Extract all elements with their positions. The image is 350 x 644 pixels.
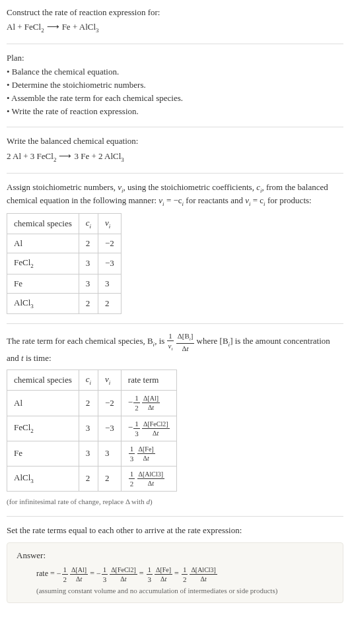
cell-ci: 2 <box>79 466 98 491</box>
cell-rate: 13 Δ[Fe]Δt <box>121 441 176 466</box>
cell-nui: 2 <box>98 293 122 313</box>
cell-ci: 3 <box>79 416 98 441</box>
plan-item: • Assemble the rate term for each chemic… <box>7 92 343 104</box>
table-header-row: chemical species ci νi rate term <box>7 370 177 391</box>
table-row: FeCl2 3 −3 <box>7 253 122 274</box>
cell-nui: 3 <box>98 274 122 293</box>
balanced-section: Write the balanced chemical equation: 2 … <box>7 135 343 163</box>
cell-species: AlCl3 <box>7 293 79 313</box>
cell-species: AlCl3 <box>7 466 79 491</box>
balanced-header: Write the balanced chemical equation: <box>7 135 343 147</box>
cell-species: Fe <box>7 441 79 466</box>
cell-ci: 2 <box>79 234 98 253</box>
table-row: AlCl3 2 2 12 Δ[AlCl3]Δt <box>7 466 177 491</box>
cell-nui: 2 <box>98 466 122 491</box>
plan-header: Plan: <box>7 52 343 64</box>
table-row: Fe 3 3 13 Δ[Fe]Δt <box>7 441 177 466</box>
cell-ci: 3 <box>79 274 98 293</box>
fraction: Δ[Bi] Δt <box>176 332 195 352</box>
divider <box>7 44 343 44</box>
cell-rate: 12 Δ[AlCl3]Δt <box>121 466 176 491</box>
answer-rate: rate = −12 Δ[Al]Δt = −13 Δ[FeCl2]Δt = 13… <box>17 565 333 583</box>
divider <box>7 127 343 127</box>
plan-section: Plan: • Balance the chemical equation. •… <box>7 52 343 117</box>
stoich-text: Assign stoichiometric numbers, νi, using… <box>7 181 343 208</box>
prompt-text: Construct the rate of reaction expressio… <box>7 7 343 18</box>
cell-nui: −3 <box>98 253 122 274</box>
answer-note: (assuming constant volume and no accumul… <box>17 586 333 596</box>
col-species: chemical species <box>7 214 79 234</box>
balanced-equation: 2 Al + 3 FeCl2⟶3 Fe + 2 AlCl3 <box>7 150 343 164</box>
col-ci: ci <box>79 214 98 234</box>
cell-species: Al <box>7 234 79 253</box>
cell-species: Al <box>7 391 79 416</box>
divider <box>7 516 343 517</box>
answer-label: Answer: <box>17 550 333 562</box>
cell-ci: 3 <box>79 441 98 466</box>
rateterm-note: (for infinitesimal rate of change, repla… <box>7 497 343 507</box>
stoich-section: Assign stoichiometric numbers, νi, using… <box>7 181 343 314</box>
col-ci: ci <box>79 370 98 391</box>
rateterm-section: The rate term for each chemical species,… <box>7 332 343 507</box>
final-text: Set the rate terms equal to each other t… <box>7 525 343 536</box>
table-row: FeCl2 3 −3 −13 Δ[FeCl2]Δt <box>7 416 177 441</box>
fraction: 1 νi <box>167 332 174 352</box>
cell-nui: −2 <box>98 391 122 416</box>
col-species: chemical species <box>7 370 79 391</box>
table-row: Al 2 −2 <box>7 234 122 253</box>
cell-ci: 2 <box>79 391 98 416</box>
table-header-row: chemical species ci νi <box>7 214 122 234</box>
table-row: Al 2 −2 −12 Δ[Al]Δt <box>7 391 177 416</box>
table-row: Fe 3 3 <box>7 274 122 293</box>
col-rate: rate term <box>121 370 176 391</box>
col-nui: νi <box>98 214 122 234</box>
plan-item: • Write the rate of reaction expression. <box>7 106 343 117</box>
prompt-equation: Al + FeCl2⟶Fe + AlCl3 <box>7 21 343 34</box>
table-row: AlCl3 2 2 <box>7 293 122 313</box>
plan-item: • Balance the chemical equation. <box>7 66 343 78</box>
cell-nui: −2 <box>98 234 122 253</box>
plan-item: • Determine the stoichiometric numbers. <box>7 79 343 91</box>
cell-species: FeCl2 <box>7 416 79 441</box>
rateterm-text: The rate term for each chemical species,… <box>7 332 343 364</box>
col-nui: νi <box>98 370 122 391</box>
cell-ci: 3 <box>79 253 98 274</box>
cell-species: Fe <box>7 274 79 293</box>
divider <box>7 323 343 324</box>
cell-species: FeCl2 <box>7 253 79 274</box>
cell-ci: 2 <box>79 293 98 313</box>
final-section: Set the rate terms equal to each other t… <box>7 525 343 603</box>
divider <box>7 173 343 174</box>
rateterm-table: chemical species ci νi rate term Al 2 −2… <box>7 370 177 492</box>
cell-rate: −12 Δ[Al]Δt <box>121 391 176 416</box>
answer-box: Answer: rate = −12 Δ[Al]Δt = −13 Δ[FeCl2… <box>7 542 343 604</box>
cell-nui: −3 <box>98 416 122 441</box>
prompt-section: Construct the rate of reaction expressio… <box>7 7 343 34</box>
stoich-table: chemical species ci νi Al 2 −2 FeCl2 3 −… <box>7 213 122 314</box>
cell-nui: 3 <box>98 441 122 466</box>
cell-rate: −13 Δ[FeCl2]Δt <box>121 416 176 441</box>
